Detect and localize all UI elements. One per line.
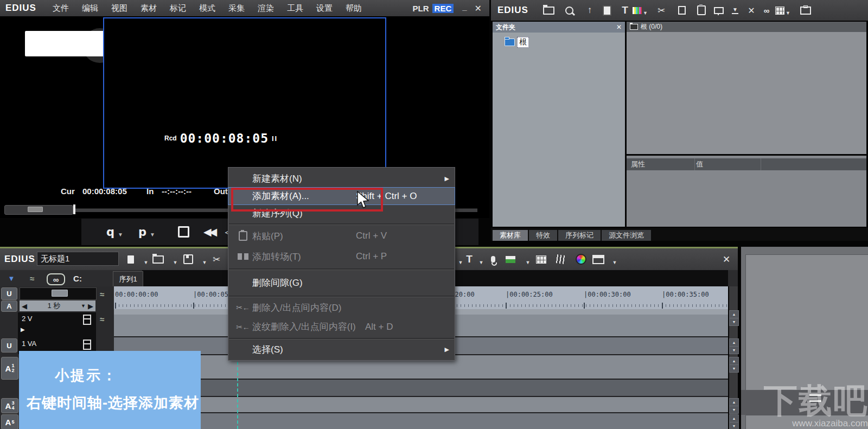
zoom-left-icon[interactable]: ◀ [22,302,27,310]
loop-icon[interactable]: ∞ [47,273,65,285]
stop-icon[interactable] [178,226,189,238]
menu-capture[interactable]: 采集 [228,3,245,14]
expand-track-icon[interactable]: ▶ [21,326,25,332]
shuttle-thumb[interactable] [28,207,43,212]
add-to-timeline-icon[interactable]: ▼ [727,3,743,17]
plr-button[interactable]: PLR [413,4,429,13]
track-button-a34[interactable]: A 34 [1,398,18,413]
menu-item-select[interactable]: 选择(S) ▶ [228,341,455,358]
timeline-zoom-bar[interactable]: ◀ 1 秒 ▼ ▶ [20,300,95,311]
menu-clip[interactable]: 素材 [141,3,157,14]
ripple-sync-icon[interactable]: ≈ [100,290,104,299]
mixer-icon[interactable] [553,253,567,266]
a-track-button[interactable]: A [1,300,17,312]
minimize-button[interactable]: _ [462,2,467,11]
sequence-name-field[interactable] [37,252,119,266]
tab-bin[interactable]: 素材库 [493,230,528,241]
track-button-a12[interactable]: A 12 [1,357,18,380]
scroll-down-icon[interactable]: ▼ [729,406,739,414]
view-mode-icon[interactable]: ▼ [775,3,790,17]
color-wheel-icon[interactable] [574,253,588,266]
scroll-down-icon[interactable]: ▼ [729,364,739,373]
menu-marker[interactable]: 标记 [170,3,186,14]
menu-item-delete-inout[interactable]: ✂← 删除入/出点间内容(D) [228,298,455,317]
menu-item-new-clip[interactable]: 新建素材(N) ▶ [228,170,455,188]
up-folder-icon[interactable]: ↑ [582,3,597,17]
menu-file[interactable]: 文件 [53,3,69,14]
tab-effects[interactable]: 特效 [529,230,557,241]
menu-render[interactable]: 渲染 [258,3,274,14]
menu-settings[interactable]: 设置 [316,3,333,14]
menu-help[interactable]: 帮助 [346,3,362,14]
scroll-up-icon[interactable]: ▲ [729,338,739,347]
track-lane-a56[interactable] [114,413,728,429]
mark-out-icon[interactable]: p [138,226,146,239]
zoom-dropdown-icon[interactable]: ▼ [81,303,86,309]
export-icon[interactable] [503,253,518,266]
menu-tools[interactable]: 工具 [287,3,303,14]
property-column-header[interactable]: 属性 [627,159,696,169]
rec-button[interactable]: REC [432,4,454,13]
folder-panel-close-icon[interactable]: ✕ [616,23,622,31]
ripple-mode-icon[interactable]: ≈ [25,272,39,285]
root-folder-item[interactable]: 根 [505,37,529,48]
tab-source-browser[interactable]: 源文件浏览 [602,230,651,241]
colorbar-clip-icon[interactable]: ▼ [633,3,648,17]
menu-item-paste[interactable]: 粘贴(P) Ctrl + V [228,226,455,246]
cut-icon[interactable]: ✂ [654,3,669,17]
ripple-sync-icon-2[interactable]: ≈ [100,315,104,324]
track-height-thumb[interactable] [52,290,68,297]
scroll-up-icon[interactable]: ▲ [729,414,739,422]
menu-view[interactable]: 视图 [111,3,127,14]
menu-mode[interactable]: 模式 [199,3,215,14]
snap-magnet-icon[interactable]: C: [71,272,85,285]
voiceover-mic-icon[interactable] [486,253,500,266]
mark-in-icon[interactable]: q [106,226,114,239]
rewind-icon[interactable]: ◀◀ [203,226,215,238]
multicam-grid-icon[interactable] [534,253,548,266]
paste-icon[interactable] [694,3,709,17]
title-clip-icon[interactable]: T [617,3,633,17]
timeline-cursor-icon[interactable]: ▼ [4,272,18,285]
save-icon[interactable] [181,253,195,266]
search-icon[interactable] [561,3,577,17]
track-lane-a34[interactable] [114,397,728,413]
mark-out-dropdown-icon[interactable]: ▼ [150,232,155,238]
link-icon[interactable]: ∞ [759,3,774,17]
sequence-tab[interactable]: 序列1 [113,271,143,287]
track-height-slider[interactable] [20,287,97,300]
menu-item-ripple-delete-inout[interactable]: ✂← 波纹删除入/出点间内容(I) Alt + D [228,317,455,337]
add-clip-icon[interactable] [599,3,615,17]
new-sequence-icon[interactable] [124,253,138,266]
u-track-button-va[interactable]: U [1,338,17,353]
timeline-close-icon[interactable]: ✕ [719,253,733,266]
scroll-down-icon[interactable]: ▼ [729,346,739,354]
layout-dropdown-icon[interactable]: ▼ [608,256,622,269]
column-divider[interactable] [694,158,695,170]
scroll-up-icon[interactable]: ▲ [729,357,739,365]
new-folder-icon[interactable] [541,3,556,17]
export-dropdown-icon[interactable]: ▼ [521,256,535,269]
menu-item-add-transition[interactable]: 添加转场(T) Ctrl + P [228,246,455,267]
scroll-down-icon[interactable]: ▼ [729,318,739,326]
tab-sequence-marker[interactable]: 序列标记 [558,230,601,241]
u-track-button[interactable]: U [1,287,17,300]
copy-icon[interactable] [674,3,690,17]
column-divider-2[interactable] [761,158,761,170]
scroll-up-icon[interactable]: ▲ [729,310,739,318]
menu-item-delete-gap[interactable]: 删除间隙(G) [228,271,455,294]
track-header-v2[interactable]: 2 V ▶ [18,312,96,337]
toolbox-icon[interactable] [798,3,813,17]
menu-edit[interactable]: 编辑 [82,3,98,14]
open-project-icon[interactable] [151,253,165,266]
value-column-header[interactable]: 值 [696,159,703,169]
track-button-a56[interactable]: A 5 [1,414,18,429]
pin-icon[interactable] [711,3,726,17]
scroll-up-icon[interactable]: ▲ [729,398,739,406]
delete-icon[interactable]: ✕ [744,3,759,17]
zoom-right-icon[interactable]: ▶ [88,302,93,310]
close-button[interactable]: ✕ [475,3,482,14]
mark-in-dropdown-icon[interactable]: ▼ [118,232,123,238]
position-marker[interactable] [73,204,75,214]
layout-icon[interactable] [591,253,605,266]
